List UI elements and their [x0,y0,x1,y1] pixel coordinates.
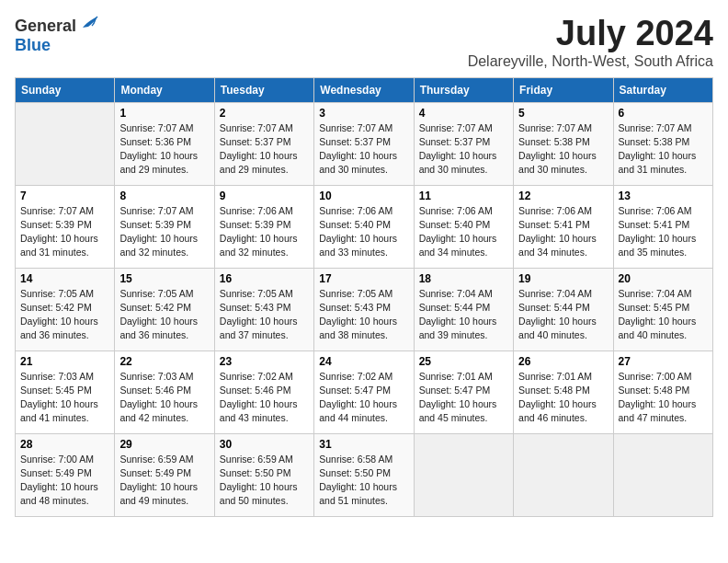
day-info: Sunrise: 6:58 AM Sunset: 5:50 PM Dayligh… [319,453,408,509]
day-info: Sunrise: 7:06 AM Sunset: 5:40 PM Dayligh… [419,204,508,260]
day-info: Sunrise: 7:07 AM Sunset: 5:38 PM Dayligh… [518,121,608,178]
calendar-cell: 9Sunrise: 7:06 AM Sunset: 5:39 PM Daylig… [214,185,313,268]
calendar-week-row: 14Sunrise: 7:05 AM Sunset: 5:42 PM Dayli… [16,268,713,350]
calendar-cell: 16Sunrise: 7:05 AM Sunset: 5:43 PM Dayli… [214,268,313,350]
day-info: Sunrise: 7:03 AM Sunset: 5:46 PM Dayligh… [119,370,209,426]
day-info: Sunrise: 7:07 AM Sunset: 5:37 PM Dayligh… [220,121,309,178]
day-number: 13 [619,190,708,202]
day-number: 16 [220,272,309,285]
day-info: Sunrise: 7:05 AM Sunset: 5:42 PM Dayligh… [20,287,109,343]
day-number: 28 [20,438,109,451]
calendar-cell: 12Sunrise: 7:06 AM Sunset: 5:41 PM Dayli… [514,185,613,268]
logo: General Blue [15,15,101,55]
day-number: 22 [119,355,209,368]
calendar-week-row: 21Sunrise: 7:03 AM Sunset: 5:45 PM Dayli… [16,350,713,433]
day-info: Sunrise: 7:07 AM Sunset: 5:38 PM Dayligh… [619,121,708,178]
day-number: 18 [419,272,508,285]
calendar-cell: 24Sunrise: 7:02 AM Sunset: 5:47 PM Dayli… [314,350,414,433]
calendar-cell: 25Sunrise: 7:01 AM Sunset: 5:47 PM Dayli… [414,350,513,433]
calendar-week-row: 1Sunrise: 7:07 AM Sunset: 5:36 PM Daylig… [16,102,713,185]
day-number: 31 [319,438,408,451]
calendar-cell [514,433,613,516]
day-number: 26 [518,355,608,368]
day-number: 25 [419,355,508,368]
day-info: Sunrise: 7:05 AM Sunset: 5:43 PM Dayligh… [220,287,309,343]
header-day-friday: Friday [514,77,613,102]
calendar-cell: 14Sunrise: 7:05 AM Sunset: 5:42 PM Dayli… [16,268,115,350]
day-number: 5 [518,107,608,120]
day-number: 19 [518,272,608,285]
calendar-cell: 30Sunrise: 6:59 AM Sunset: 5:50 PM Dayli… [214,433,313,516]
calendar-week-row: 7Sunrise: 7:07 AM Sunset: 5:39 PM Daylig… [16,185,713,268]
calendar-cell: 29Sunrise: 6:59 AM Sunset: 5:49 PM Dayli… [115,433,214,516]
location-title: Delareyville, North-West, South Africa [468,53,713,70]
day-info: Sunrise: 7:06 AM Sunset: 5:39 PM Dayligh… [220,204,309,260]
day-info: Sunrise: 7:04 AM Sunset: 5:45 PM Dayligh… [619,287,708,343]
header-day-wednesday: Wednesday [314,77,414,102]
day-info: Sunrise: 7:04 AM Sunset: 5:44 PM Dayligh… [518,287,608,343]
day-info: Sunrise: 7:05 AM Sunset: 5:42 PM Dayligh… [119,287,209,343]
day-number: 6 [619,107,708,120]
day-number: 1 [119,107,209,120]
day-number: 21 [20,355,109,368]
month-title: July 2024 [468,15,713,53]
logo-general: General [15,17,76,35]
calendar-cell: 31Sunrise: 6:58 AM Sunset: 5:50 PM Dayli… [314,433,414,516]
calendar-cell: 3Sunrise: 7:07 AM Sunset: 5:37 PM Daylig… [314,102,414,185]
day-number: 27 [619,355,708,368]
calendar-cell [613,433,712,516]
day-number: 12 [518,190,608,202]
day-number: 20 [619,272,708,285]
calendar-cell: 23Sunrise: 7:02 AM Sunset: 5:46 PM Dayli… [214,350,313,433]
day-info: Sunrise: 7:06 AM Sunset: 5:41 PM Dayligh… [619,204,708,260]
calendar-cell: 17Sunrise: 7:05 AM Sunset: 5:43 PM Dayli… [314,268,414,350]
day-info: Sunrise: 7:07 AM Sunset: 5:39 PM Dayligh… [119,204,209,260]
day-info: Sunrise: 7:04 AM Sunset: 5:44 PM Dayligh… [419,287,508,343]
day-number: 8 [119,190,209,202]
day-info: Sunrise: 7:07 AM Sunset: 5:39 PM Dayligh… [20,204,109,260]
calendar-cell: 6Sunrise: 7:07 AM Sunset: 5:38 PM Daylig… [613,102,712,185]
logo-bird-icon [81,15,101,31]
day-number: 4 [419,107,508,120]
calendar-cell: 13Sunrise: 7:06 AM Sunset: 5:41 PM Dayli… [613,185,712,268]
logo-blue: Blue [15,36,51,54]
title-area: July 2024 Delareyville, North-West, Sout… [468,15,713,70]
calendar-cell: 27Sunrise: 7:00 AM Sunset: 5:48 PM Dayli… [613,350,712,433]
day-number: 10 [319,190,408,202]
calendar-cell [414,433,513,516]
calendar-cell: 19Sunrise: 7:04 AM Sunset: 5:44 PM Dayli… [514,268,613,350]
logo-text: General Blue [15,15,101,55]
day-number: 2 [220,107,309,120]
calendar-cell: 26Sunrise: 7:01 AM Sunset: 5:48 PM Dayli… [514,350,613,433]
day-number: 30 [220,438,309,451]
day-number: 9 [220,190,309,202]
calendar-cell: 15Sunrise: 7:05 AM Sunset: 5:42 PM Dayli… [115,268,214,350]
calendar-cell: 20Sunrise: 7:04 AM Sunset: 5:45 PM Dayli… [613,268,712,350]
day-number: 3 [319,107,408,120]
calendar-week-row: 28Sunrise: 7:00 AM Sunset: 5:49 PM Dayli… [16,433,713,516]
calendar-body: 1Sunrise: 7:07 AM Sunset: 5:36 PM Daylig… [16,102,713,516]
calendar-cell: 22Sunrise: 7:03 AM Sunset: 5:46 PM Dayli… [115,350,214,433]
header-day-saturday: Saturday [613,77,712,102]
day-info: Sunrise: 7:06 AM Sunset: 5:40 PM Dayligh… [319,204,408,260]
day-info: Sunrise: 7:06 AM Sunset: 5:41 PM Dayligh… [518,204,608,260]
calendar-cell: 4Sunrise: 7:07 AM Sunset: 5:37 PM Daylig… [414,102,513,185]
calendar-cell [16,102,115,185]
day-number: 17 [319,272,408,285]
day-info: Sunrise: 7:03 AM Sunset: 5:45 PM Dayligh… [20,370,109,426]
day-info: Sunrise: 7:02 AM Sunset: 5:46 PM Dayligh… [220,370,309,426]
day-number: 11 [419,190,508,202]
header-day-thursday: Thursday [414,77,513,102]
calendar-cell: 8Sunrise: 7:07 AM Sunset: 5:39 PM Daylig… [115,185,214,268]
calendar-cell: 21Sunrise: 7:03 AM Sunset: 5:45 PM Dayli… [16,350,115,433]
calendar-cell: 28Sunrise: 7:00 AM Sunset: 5:49 PM Dayli… [16,433,115,516]
day-info: Sunrise: 7:07 AM Sunset: 5:36 PM Dayligh… [119,121,209,178]
header-day-sunday: Sunday [16,77,115,102]
day-info: Sunrise: 7:07 AM Sunset: 5:37 PM Dayligh… [319,121,408,178]
calendar-cell: 11Sunrise: 7:06 AM Sunset: 5:40 PM Dayli… [414,185,513,268]
day-number: 14 [20,272,109,285]
day-info: Sunrise: 7:02 AM Sunset: 5:47 PM Dayligh… [319,370,408,426]
header: General Blue July 2024 Delareyville, Nor… [15,15,713,70]
calendar-cell: 2Sunrise: 7:07 AM Sunset: 5:37 PM Daylig… [214,102,313,185]
day-info: Sunrise: 7:01 AM Sunset: 5:47 PM Dayligh… [419,370,508,426]
